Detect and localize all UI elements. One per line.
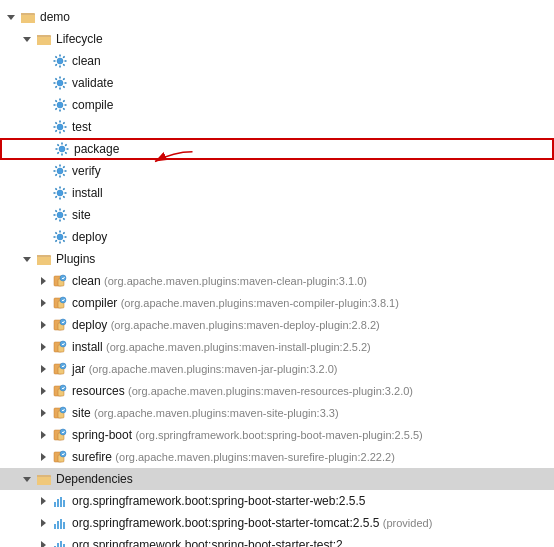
dep-spring-test-icon [52, 537, 68, 547]
no-arrow [36, 54, 50, 68]
tree-container: demo Lifecycle [0, 0, 554, 547]
gear-icon-install [52, 185, 68, 201]
dependencies-arrow[interactable] [20, 472, 34, 486]
plugin-jar-arrow[interactable] [36, 362, 50, 376]
gear-icon-test [52, 119, 68, 135]
plugin-clean-icon [52, 273, 68, 289]
plugin-site-label: site (org.apache.maven.plugins:maven-sit… [72, 406, 339, 420]
root-item[interactable]: demo [0, 6, 554, 28]
svg-rect-49 [54, 502, 56, 507]
lifecycle-site-label: site [72, 208, 91, 222]
lifecycle-arrow[interactable] [20, 32, 34, 46]
plugins-folder-icon [36, 251, 52, 267]
plugin-compiler[interactable]: compiler (org.apache.maven.plugins:maven… [0, 292, 554, 314]
svg-rect-50 [57, 499, 59, 507]
lifecycle-install-label: install [72, 186, 103, 200]
svg-point-41 [60, 407, 66, 413]
lifecycle-section[interactable]: Lifecycle [0, 28, 554, 50]
no-arrow [36, 120, 50, 134]
dependencies-section[interactable]: Dependencies [0, 468, 554, 490]
dep-spring-test-label: org.springframework.boot:spring-boot-sta… [72, 538, 343, 547]
dep-spring-web-icon [52, 493, 68, 509]
svg-point-32 [60, 341, 66, 347]
dep-spring-test-arrow[interactable] [36, 538, 50, 547]
svg-rect-55 [60, 519, 62, 529]
svg-rect-51 [60, 497, 62, 507]
lifecycle-install[interactable]: install [0, 182, 554, 204]
lifecycle-package-label: package [74, 142, 119, 156]
dep-spring-web-arrow[interactable] [36, 494, 50, 508]
plugin-spring-boot-arrow[interactable] [36, 428, 50, 442]
plugin-clean-arrow[interactable] [36, 274, 50, 288]
gear-icon-clean [52, 53, 68, 69]
plugin-deploy-label: deploy (org.apache.maven.plugins:maven-d… [72, 318, 380, 332]
lifecycle-folder-icon [36, 31, 52, 47]
no-arrow [36, 76, 50, 90]
plugin-resources-label: resources (org.apache.maven.plugins:mave… [72, 384, 413, 398]
lifecycle-validate-label: validate [72, 76, 113, 90]
plugins-section[interactable]: Plugins [0, 248, 554, 270]
plugin-deploy-arrow[interactable] [36, 318, 50, 332]
root-arrow[interactable] [4, 10, 18, 24]
lifecycle-package[interactable]: package [0, 138, 554, 160]
plugin-jar[interactable]: jar (org.apache.maven.plugins:maven-jar-… [0, 358, 554, 380]
dependencies-folder-icon [36, 471, 52, 487]
plugin-surefire[interactable]: surefire (org.apache.maven.plugins:maven… [0, 446, 554, 468]
plugin-compiler-arrow[interactable] [36, 296, 50, 310]
plugin-site-arrow[interactable] [36, 406, 50, 420]
gear-icon-compile [52, 97, 68, 113]
plugin-spring-boot[interactable]: spring-boot (org.springframework.boot:sp… [0, 424, 554, 446]
plugin-install-icon [52, 339, 68, 355]
lifecycle-compile-label: compile [72, 98, 113, 112]
lifecycle-site[interactable]: site [0, 204, 554, 226]
plugin-jar-label: jar (org.apache.maven.plugins:maven-jar-… [72, 362, 338, 376]
plugin-install-label: install (org.apache.maven.plugins:maven-… [72, 340, 371, 354]
svg-point-38 [60, 385, 66, 391]
plugin-install[interactable]: install (org.apache.maven.plugins:maven-… [0, 336, 554, 358]
lifecycle-compile[interactable]: compile [0, 94, 554, 116]
lifecycle-deploy[interactable]: deploy [0, 226, 554, 248]
plugin-clean-label: clean (org.apache.maven.plugins:maven-cl… [72, 274, 367, 288]
dep-spring-tomcat-label: org.springframework.boot:spring-boot-sta… [72, 516, 432, 530]
svg-point-35 [60, 363, 66, 369]
svg-rect-52 [63, 500, 65, 507]
dep-spring-web[interactable]: org.springframework.boot:spring-boot-sta… [0, 490, 554, 512]
dep-spring-test[interactable]: org.springframework.boot:spring-boot-sta… [0, 534, 554, 547]
gear-icon-package [54, 141, 70, 157]
svg-rect-56 [63, 522, 65, 529]
dep-spring-tomcat[interactable]: org.springframework.boot:spring-boot-sta… [0, 512, 554, 534]
no-arrow [36, 98, 50, 112]
svg-rect-54 [57, 521, 59, 529]
svg-point-29 [60, 319, 66, 325]
gear-icon-validate [52, 75, 68, 91]
dep-spring-tomcat-arrow[interactable] [36, 516, 50, 530]
plugin-clean[interactable]: clean (org.apache.maven.plugins:maven-cl… [0, 270, 554, 292]
no-arrow [36, 230, 50, 244]
svg-point-17 [58, 213, 62, 217]
svg-point-9 [58, 125, 62, 129]
plugin-resources-arrow[interactable] [36, 384, 50, 398]
plugins-label: Plugins [56, 252, 95, 266]
svg-rect-58 [57, 543, 59, 547]
dependencies-label: Dependencies [56, 472, 133, 486]
plugin-site[interactable]: site (org.apache.maven.plugins:maven-sit… [0, 402, 554, 424]
svg-point-23 [60, 275, 66, 281]
plugin-surefire-arrow[interactable] [36, 450, 50, 464]
plugin-spring-boot-label: spring-boot (org.springframework.boot:sp… [72, 428, 423, 442]
plugins-arrow[interactable] [20, 252, 34, 266]
gear-icon-deploy [52, 229, 68, 245]
plugin-surefire-icon [52, 449, 68, 465]
plugin-install-arrow[interactable] [36, 340, 50, 354]
plugin-resources[interactable]: resources (org.apache.maven.plugins:mave… [0, 380, 554, 402]
lifecycle-verify[interactable]: verify [0, 160, 554, 182]
plugin-deploy[interactable]: deploy (org.apache.maven.plugins:maven-d… [0, 314, 554, 336]
no-arrow [36, 164, 50, 178]
gear-icon-site [52, 207, 68, 223]
svg-point-19 [58, 235, 62, 239]
plugin-site-icon [52, 405, 68, 421]
lifecycle-validate[interactable]: validate [0, 72, 554, 94]
svg-point-47 [60, 451, 66, 457]
lifecycle-test[interactable]: test [0, 116, 554, 138]
lifecycle-clean-label: clean [72, 54, 101, 68]
lifecycle-clean[interactable]: clean [0, 50, 554, 72]
